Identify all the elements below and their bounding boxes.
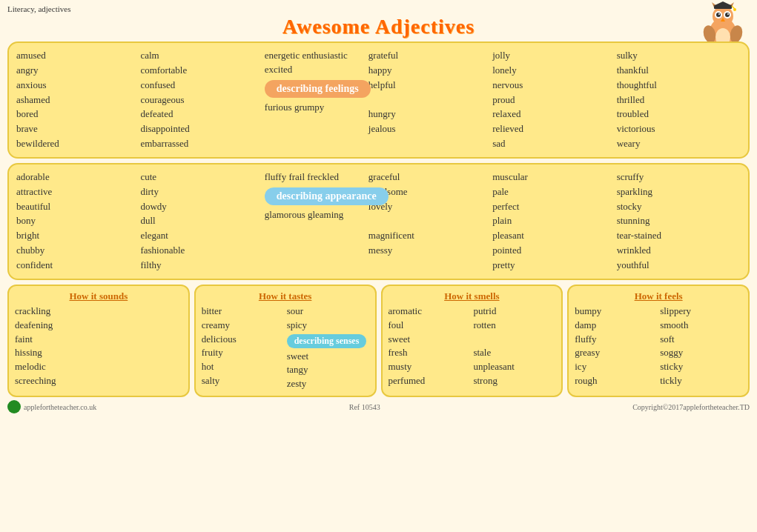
app-col6: scruffy sparkling stocky stunning tear-s… bbox=[617, 170, 741, 273]
word: pleasant bbox=[492, 229, 613, 243]
word: comfortable bbox=[140, 64, 261, 78]
sounds-col: crackling deafening faint hissing melodi… bbox=[15, 305, 182, 388]
feelings-col4: grateful happy helpful hungry jealous bbox=[368, 49, 492, 151]
word: glamorous bbox=[265, 209, 305, 220]
word: delicious bbox=[202, 333, 284, 347]
word: relaxed bbox=[492, 107, 613, 122]
feelings-col5: jolly lonely nervous proud relaxed relie… bbox=[492, 49, 616, 151]
word: deafening bbox=[15, 319, 182, 333]
word: sticky bbox=[660, 360, 742, 374]
word: slippery bbox=[660, 305, 742, 319]
word: stunning bbox=[617, 214, 738, 228]
svg-point-6 bbox=[718, 13, 720, 15]
how-it-sounds-box: How it sounds crackling deafening faint … bbox=[7, 285, 190, 397]
feelings-col6: sulky thankful thoughtful thrilled troub… bbox=[617, 49, 741, 151]
word: chubby bbox=[16, 244, 137, 258]
word: lonely bbox=[492, 64, 613, 78]
svg-marker-16 bbox=[713, 1, 733, 6]
word: jealous bbox=[368, 122, 489, 136]
word: amused bbox=[16, 49, 137, 63]
word: bumpy bbox=[575, 305, 657, 319]
senses-row: How it sounds crackling deafening faint … bbox=[7, 285, 750, 397]
word: stale bbox=[473, 346, 555, 360]
word: crackling bbox=[15, 305, 182, 319]
word: adorable bbox=[16, 170, 137, 184]
word: pointed bbox=[492, 244, 613, 258]
word: greasy bbox=[575, 346, 657, 360]
word: scruffy bbox=[617, 170, 738, 184]
word: fruity bbox=[202, 346, 284, 360]
app-col5: muscular pale perfect plain pleasant poi… bbox=[492, 170, 616, 273]
feelings-col2: calm comfortable confused courageous def… bbox=[140, 49, 264, 151]
tastes-col1: bitter creamy delicious fruity hot salty bbox=[202, 305, 284, 391]
word: perfumed bbox=[389, 374, 471, 388]
word: sad bbox=[492, 137, 613, 151]
svg-point-5 bbox=[725, 13, 730, 17]
word: bewildered bbox=[16, 137, 137, 151]
svg-point-18 bbox=[733, 8, 736, 11]
word: grateful bbox=[368, 49, 489, 63]
page-title: Awesome Adjectives bbox=[7, 15, 750, 39]
app-col4: graceful handsome lovely magnificent mes… bbox=[368, 170, 492, 273]
app-col1: adorable attractive beautiful bony brigh… bbox=[16, 170, 140, 273]
how-it-tastes-content: bitter creamy delicious fruity hot salty… bbox=[202, 305, 369, 391]
svg-point-7 bbox=[727, 13, 729, 15]
word: aromatic bbox=[389, 305, 471, 319]
word: zesty bbox=[287, 377, 369, 391]
word: enthusiastic bbox=[302, 50, 347, 61]
smells-col2: putrid rotten stale unpleasant strong bbox=[473, 305, 555, 388]
word: grumpy bbox=[294, 102, 324, 113]
word: gleaming bbox=[308, 209, 343, 220]
word: dowdy bbox=[140, 200, 261, 214]
word: helpful bbox=[368, 79, 489, 93]
word: proud bbox=[492, 93, 613, 107]
word: graceful bbox=[368, 170, 489, 184]
word: sweet bbox=[287, 350, 369, 364]
word: messy bbox=[368, 244, 489, 258]
word: foul bbox=[389, 319, 471, 333]
how-it-sounds-content: crackling deafening faint hissing melodi… bbox=[15, 305, 182, 388]
word: magnificent bbox=[368, 229, 489, 243]
word: soft bbox=[660, 333, 742, 347]
word: confident bbox=[16, 259, 137, 273]
how-it-feels-box: How it feels bumpy damp fluffy greasy ic… bbox=[567, 285, 750, 397]
word: bitter bbox=[202, 305, 284, 319]
word: victorious bbox=[617, 122, 738, 136]
word: tickly bbox=[660, 374, 742, 388]
how-it-feels-title: How it feels bbox=[575, 290, 742, 302]
footer-copyright: Copyright©2017applefortheteacher.TD bbox=[632, 403, 750, 411]
word: plain bbox=[492, 214, 613, 228]
word: damp bbox=[575, 319, 657, 333]
footer-site: applefortheteacher.co.uk bbox=[24, 403, 96, 411]
word: melodic bbox=[15, 360, 182, 374]
tastes-col2: sour spicy describing senses sweet tangy… bbox=[287, 305, 369, 391]
how-it-tastes-box: How it tastes bitter creamy delicious fr… bbox=[194, 285, 377, 397]
appearance-section: adorable attractive beautiful bony brigh… bbox=[7, 163, 750, 280]
appearance-grid: adorable attractive beautiful bony brigh… bbox=[16, 170, 741, 273]
word: confused bbox=[140, 79, 261, 93]
word: jolly bbox=[492, 49, 613, 63]
feelings-section: amused angry anxious ashamed bored brave… bbox=[7, 41, 750, 159]
word: smooth bbox=[660, 319, 742, 333]
feelings-grid: amused angry anxious ashamed bored brave… bbox=[16, 49, 741, 151]
word: sparkling bbox=[617, 185, 738, 199]
word: youthful bbox=[617, 259, 738, 273]
word: dirty bbox=[140, 185, 261, 199]
word: embarrassed bbox=[140, 137, 261, 151]
app-col3: fluffy frail freckled describing appeara… bbox=[265, 170, 368, 273]
word: cute bbox=[140, 170, 261, 184]
word: hot bbox=[202, 360, 284, 374]
app-col2: cute dirty dowdy dull elegant fashionabl… bbox=[140, 170, 264, 273]
word: bored bbox=[16, 107, 137, 122]
how-it-smells-content: aromatic foul sweet fresh musty perfumed… bbox=[389, 305, 556, 388]
word: icy bbox=[575, 360, 657, 374]
word: calm bbox=[140, 49, 261, 63]
word: hungry bbox=[368, 107, 489, 122]
logo-circle bbox=[7, 400, 21, 413]
word: thankful bbox=[617, 64, 738, 78]
svg-point-4 bbox=[716, 13, 721, 17]
word: happy bbox=[368, 64, 489, 78]
feelings-col1: amused angry anxious ashamed bored brave… bbox=[16, 49, 140, 151]
word: fresh bbox=[389, 346, 471, 360]
word: faint bbox=[15, 333, 182, 347]
